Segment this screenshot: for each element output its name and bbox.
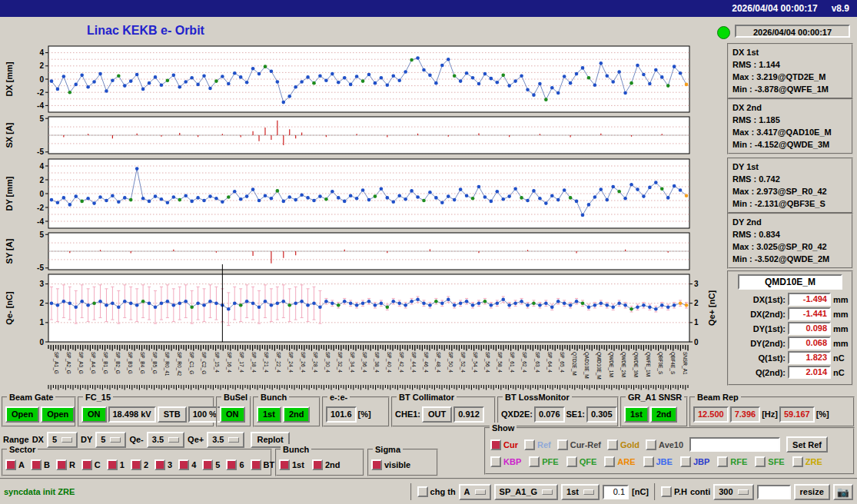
show-panel: Show CurRefCur-RefGoldAve10 Set Ref KBPP… (484, 427, 855, 475)
show-checks1-cur-checkbox[interactable]: Cur (490, 439, 518, 450)
checkbox-box (31, 459, 42, 470)
show-checks2-rfe-checkbox[interactable]: RFE (717, 456, 747, 467)
axis-label-dx: DX [mm] (5, 61, 14, 97)
busel-on-button[interactable]: ON (220, 406, 245, 423)
bunch-1st-button[interactable]: 1st (257, 406, 281, 423)
show-checks2-sfe-checkbox[interactable]: SFE (755, 456, 784, 467)
resize-button[interactable]: resize (794, 484, 830, 500)
sector-items-b-checkbox[interactable]: B (31, 459, 50, 470)
bpm-label: SP_34_4 (349, 352, 355, 373)
fc15-stb-button[interactable]: STB (158, 406, 187, 423)
beam-gate-open-2-button[interactable]: Open (41, 406, 75, 423)
fc15-kv-display: 18.498 kV (108, 406, 156, 423)
svg-text:2: 2 (39, 176, 44, 184)
che1-label: CHE1: (395, 410, 420, 419)
sector-panel: Sector ABRC123456BT (2, 449, 272, 476)
qmd-row-label: Q(1st): (732, 353, 786, 363)
dropdown-indicator-icon (168, 437, 179, 443)
show-checks2-jbp-checkbox[interactable]: JBP (680, 456, 709, 467)
range-dy-label: DY (81, 435, 92, 444)
qmd-row-unit: nC (833, 368, 849, 377)
checkbox-box (755, 456, 766, 467)
sector-items-4-checkbox[interactable]: 4 (178, 459, 196, 470)
show-checks2-qfe-checkbox[interactable]: QFE (566, 456, 597, 467)
checkbox-label: ZRE (806, 457, 822, 466)
bpm-label: SP_R0_41 (164, 352, 170, 376)
checkbox-label: visible (384, 460, 410, 469)
camera-icon[interactable]: 📷 (833, 484, 853, 500)
stat-line: Max : 3.417@QAD10E_M (732, 126, 848, 138)
sector-items-2-checkbox[interactable]: 2 (131, 459, 148, 470)
qmd-row: DX(2nd):-1.441mm (732, 307, 849, 321)
range-dy-dropdown[interactable]: 5 (95, 432, 126, 448)
gr-a1-1st-button[interactable]: 1st (624, 406, 649, 423)
checkbox-label: 4 (191, 460, 196, 469)
che1-out-button[interactable]: OUT (422, 406, 452, 423)
rep-count-dropdown[interactable]: 300 (713, 484, 753, 500)
show-title: Show (490, 423, 517, 433)
bpm-select-dropdown[interactable]: SP_A1_G (494, 484, 559, 500)
sector-items-1-checkbox[interactable]: 1 (107, 459, 125, 470)
bpm-label: SP_50_4 (447, 352, 453, 373)
bunch-select-dropdown[interactable]: 1st (561, 484, 600, 500)
svg-text:1: 1 (694, 318, 699, 327)
beam-gate-open-1-button[interactable]: Open (5, 406, 39, 423)
show-checks1-ave10-checkbox[interactable]: Ave10 (646, 439, 683, 450)
ref-name-input[interactable] (689, 437, 780, 452)
range-dx-dropdown[interactable]: 5 (47, 432, 78, 448)
checkbox-label: 6 (239, 460, 244, 469)
bpm-label: SP_61_4 (509, 352, 515, 373)
gr-a1-2nd-button[interactable]: 2nd (650, 406, 678, 423)
sector-items-a-checkbox[interactable]: A (5, 459, 25, 470)
count-input[interactable] (757, 485, 791, 499)
show-checks-row1: CurRefCur-RefGoldAve10 (490, 439, 683, 450)
show-checks2-zre-checkbox[interactable]: ZRE (792, 456, 822, 467)
bunch-2nd-button[interactable]: 2nd (283, 406, 311, 423)
stat-title: DX 1st (732, 46, 848, 58)
show-checks1-gold-checkbox[interactable]: Gold (607, 439, 639, 450)
bpm-label: SP_52_4 (460, 352, 466, 373)
range-qep-dropdown[interactable]: 3.5 (207, 432, 244, 448)
sector-items-bt-checkbox[interactable]: BT (251, 459, 275, 470)
qmd-row-value: -1.441 (788, 307, 831, 320)
fc15-on-button[interactable]: ON (81, 406, 107, 423)
checkbox-box (557, 439, 568, 450)
chg-th-checkbox[interactable]: chg th (417, 486, 456, 497)
threshold-unit-label: [nC] (632, 487, 649, 496)
sector-items-6-checkbox[interactable]: 6 (226, 459, 244, 470)
show-checks2-pfe-checkbox[interactable]: PFE (529, 456, 558, 467)
qmd-row-value: 0.068 (788, 337, 831, 350)
bunch-items-2nd-checkbox[interactable]: 2nd (312, 459, 340, 470)
sector-items-3-checkbox[interactable]: 3 (154, 459, 172, 470)
svg-text:2: 2 (694, 299, 699, 307)
show-checks2-jbe-checkbox[interactable]: JBE (643, 456, 673, 467)
show-checks1-cur-ref-checkbox[interactable]: Cur-Ref (557, 439, 601, 450)
busel-panel: BuSel ON (216, 396, 251, 427)
set-ref-button[interactable]: Set Ref (786, 436, 828, 453)
bpm-label: SP_64_4 (546, 352, 553, 373)
show-checks2-kbp-checkbox[interactable]: KBP (490, 456, 521, 467)
sector-items-c-checkbox[interactable]: C (81, 459, 101, 470)
sector-select-dropdown[interactable]: A (459, 484, 491, 500)
bunch-items-1st-checkbox[interactable]: 1st (279, 459, 304, 470)
threshold-input[interactable] (603, 485, 629, 499)
dropdown-indicator-icon (228, 437, 239, 443)
svg-text:0: 0 (694, 338, 699, 346)
ph-checkbox[interactable]: P.H (661, 486, 687, 497)
sigma-items-visible-checkbox[interactable]: visible (371, 459, 410, 470)
show-checks1-ref-checkbox[interactable]: Ref (524, 439, 551, 450)
checkbox-box (566, 456, 577, 467)
show-checks2-are-checkbox[interactable]: ARE (604, 456, 635, 467)
status-message: syncdata init ZRE (4, 487, 75, 496)
plot-dx: 420-2-4DX [mm] (5, 46, 689, 112)
bpm-label: SP_B3_G (127, 352, 133, 374)
sector-items-r-checkbox[interactable]: R (56, 459, 75, 470)
axis-label-sy: SY [A] (5, 238, 14, 264)
checkbox-box (202, 459, 213, 470)
bpm-label: SP_A4_G (90, 352, 96, 374)
sector-items-5-checkbox[interactable]: 5 (202, 459, 220, 470)
checkbox-label: SFE (768, 457, 784, 466)
range-qem-dropdown[interactable]: 3.5 (147, 432, 184, 448)
conti-label[interactable]: conti (690, 487, 710, 496)
ph-label: P.H (674, 487, 687, 496)
